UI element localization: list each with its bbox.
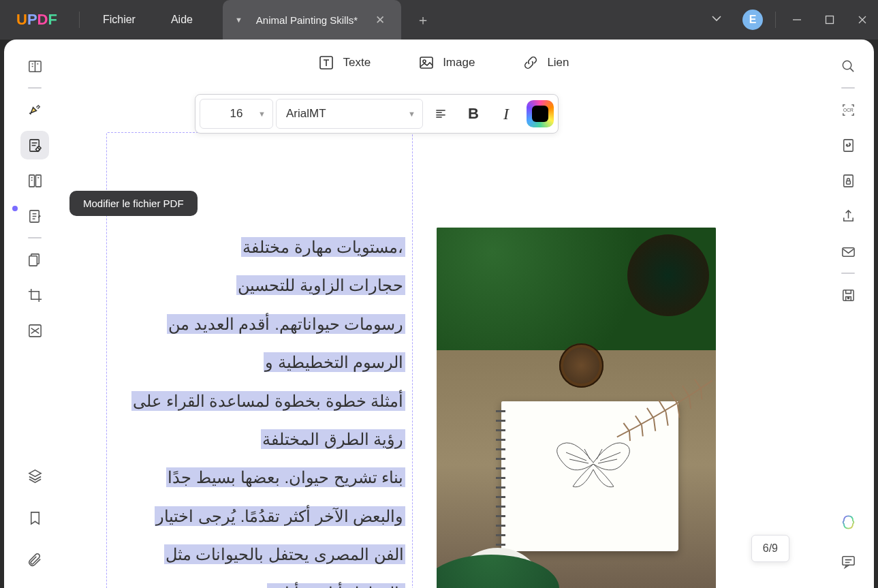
text-line: الرسوم التخطيطية و xyxy=(114,343,405,382)
convert-icon xyxy=(841,138,856,153)
svg-point-12 xyxy=(843,61,851,69)
form-button[interactable] xyxy=(20,202,49,230)
bold-button[interactable]: B xyxy=(458,99,488,129)
new-tab-button[interactable]: ＋ xyxy=(401,11,445,29)
italic-button[interactable]: I xyxy=(491,99,521,129)
avatar[interactable]: E xyxy=(742,10,763,30)
edit-mode-toolbar: Texte Image Lien xyxy=(65,40,822,86)
ai-icon xyxy=(841,514,856,530)
text-line: الفن المصرى يحتفل بالحيوانات مثل xyxy=(114,536,405,574)
svg-rect-20 xyxy=(842,556,853,564)
minimize-button[interactable] xyxy=(781,0,813,40)
svg-rect-4 xyxy=(35,174,41,186)
comment-icon xyxy=(841,554,856,570)
edit-button[interactable] xyxy=(20,131,49,159)
link-tool-label: Lien xyxy=(547,56,569,69)
bookmark-button[interactable] xyxy=(20,504,49,532)
share-button[interactable] xyxy=(834,202,862,230)
ai-button[interactable] xyxy=(834,508,862,536)
page-indicator[interactable]: 6/9 xyxy=(751,535,789,562)
text-line: رسومات حيواناتهم. أقدم العديد من xyxy=(114,305,405,343)
mail-icon xyxy=(841,244,856,260)
ocr-button[interactable]: OCR xyxy=(834,95,862,124)
app-logo: UPDF xyxy=(0,11,74,29)
close-button[interactable] xyxy=(847,0,878,40)
menu-help[interactable]: Aide xyxy=(153,14,210,26)
text-line: بناء تشريح حيوان. بعضها بسيط جدًا xyxy=(114,459,405,497)
search-icon xyxy=(841,59,856,74)
ocr-icon: OCR xyxy=(841,102,856,118)
redact-button[interactable] xyxy=(20,316,49,345)
document-image[interactable] xyxy=(437,228,716,588)
image-icon xyxy=(418,55,435,71)
convert-button[interactable] xyxy=(834,131,862,159)
svg-rect-17 xyxy=(842,247,853,256)
page-canvas[interactable]: ،مستويات مهارة مختلفة حجارات الزاوية للت… xyxy=(65,86,822,588)
text-tool-label: Texte xyxy=(343,56,371,69)
save-icon xyxy=(841,288,856,303)
text-line: حجارات الزاوية للتحسين xyxy=(114,266,405,305)
link-tool[interactable]: Lien xyxy=(522,55,569,71)
divider xyxy=(775,12,776,28)
crop-button[interactable] xyxy=(20,281,49,309)
pages-button[interactable] xyxy=(20,245,49,274)
divider xyxy=(28,237,42,238)
svg-rect-16 xyxy=(846,181,850,184)
window-controls xyxy=(781,0,878,40)
text-line: .القطط بأناقة وأناقة xyxy=(114,574,405,588)
organize-button[interactable] xyxy=(20,166,49,195)
divider xyxy=(28,87,42,89)
color-swatch xyxy=(532,106,548,122)
left-sidebar: Modifier le fichier PDF xyxy=(4,40,65,588)
comment-button[interactable] xyxy=(834,547,862,576)
succulent-decoration xyxy=(627,234,709,316)
svg-text:OCR: OCR xyxy=(843,108,853,112)
pot-decoration xyxy=(437,555,559,588)
image-tool-label: Image xyxy=(443,56,475,69)
text-icon xyxy=(318,55,334,71)
align-button[interactable] xyxy=(426,99,456,129)
svg-point-19 xyxy=(847,297,849,298)
close-icon[interactable]: ✕ xyxy=(371,13,389,27)
document-tab[interactable]: ▼ Animal Painting Skills* ✕ xyxy=(223,0,401,40)
image-tool[interactable]: Image xyxy=(418,55,475,71)
reader-button[interactable] xyxy=(20,52,49,80)
svg-rect-14 xyxy=(843,139,852,151)
lock-icon xyxy=(841,173,856,189)
divider xyxy=(79,12,80,28)
more-dropdown[interactable] xyxy=(697,13,736,27)
email-button[interactable] xyxy=(834,237,862,266)
layers-button[interactable] xyxy=(20,461,49,490)
svg-rect-3 xyxy=(29,174,34,186)
spiral-binding xyxy=(496,407,505,546)
font-family-select[interactable]: ArialMT ▼ xyxy=(276,99,423,129)
editor-area: Texte Image Lien 16 ▼ ArialMT ▼ xyxy=(65,40,822,588)
tooltip: Modifier le fichier PDF xyxy=(69,191,198,216)
save-button[interactable] xyxy=(834,281,862,309)
chevron-down-icon: ▼ xyxy=(258,110,266,118)
menu-file[interactable]: Fichier xyxy=(85,14,153,26)
share-icon xyxy=(841,208,856,224)
svg-rect-10 xyxy=(420,57,433,68)
divider xyxy=(841,87,855,89)
chevron-down-icon: ▼ xyxy=(235,16,242,24)
pinecone-decoration xyxy=(559,343,603,388)
tab-title: Animal Painting Skills* xyxy=(256,14,358,26)
text-format-toolbar: 16 ▼ ArialMT ▼ B I xyxy=(195,94,559,134)
attachment-button[interactable] xyxy=(20,546,49,574)
chevron-down-icon: ▼ xyxy=(408,110,416,118)
text-tool[interactable]: Texte xyxy=(318,55,371,71)
text-line: ،مستويات مهارة مختلفة xyxy=(114,228,405,266)
color-picker-button[interactable] xyxy=(527,100,554,127)
protect-button[interactable] xyxy=(834,166,862,195)
titlebar: UPDF Fichier Aide ▼ Animal Painting Skil… xyxy=(0,0,878,40)
search-button[interactable] xyxy=(834,52,862,80)
maximize-button[interactable] xyxy=(814,0,845,40)
font-size-value: 16 xyxy=(230,107,243,121)
text-line: رؤية الطرق المختلفة xyxy=(114,420,405,459)
font-size-select[interactable]: 16 ▼ xyxy=(200,99,273,129)
highlight-button[interactable] xyxy=(20,95,49,124)
text-line: أمثلة خطوة بخطوة لمساعدة القراء على xyxy=(114,382,405,420)
divider xyxy=(841,273,855,274)
right-sidebar: OCR xyxy=(822,40,874,588)
